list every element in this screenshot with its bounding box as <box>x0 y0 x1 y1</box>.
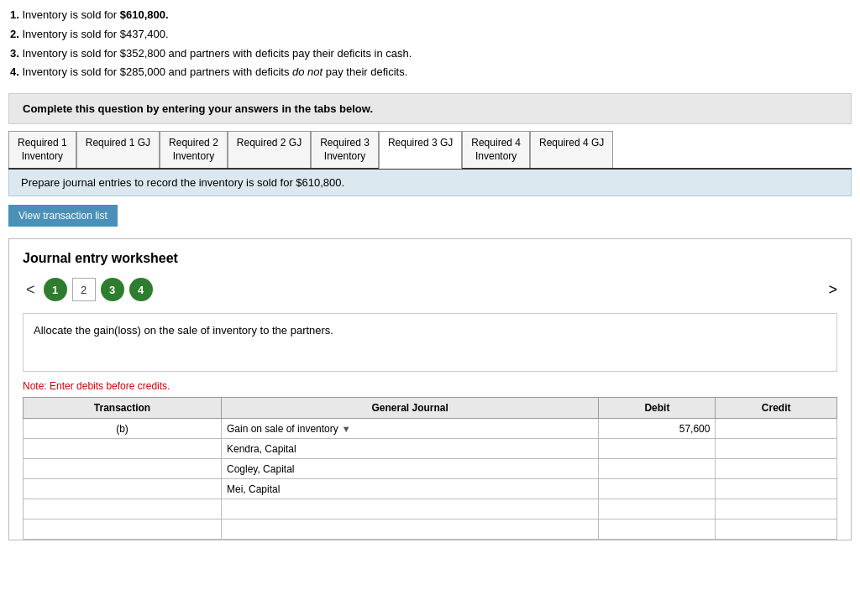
table-row <box>24 519 837 540</box>
debit-cell-6[interactable] <box>599 519 716 540</box>
col-debit: Debit <box>599 398 716 419</box>
tab-required4-gj[interactable]: Required 4 GJ <box>530 131 613 168</box>
tab-required2-gj[interactable]: Required 2 GJ <box>228 131 311 168</box>
intro-line-3: 3. Inventory is sold for $352,800 and pa… <box>10 45 850 63</box>
col-credit: Credit <box>716 398 837 419</box>
question-banner: Complete this question by entering your … <box>8 93 852 124</box>
worksheet-title: Journal entry worksheet <box>23 251 837 266</box>
gj-cell-5[interactable] <box>221 499 598 519</box>
step-2-box[interactable]: 2 <box>72 278 96 301</box>
transaction-cell: (b) <box>24 419 222 439</box>
table-row: Cogley, Capital <box>24 459 837 479</box>
next-arrow[interactable]: > <box>828 281 837 299</box>
gj-cell-4[interactable]: Mei, Capital <box>221 479 598 499</box>
table-row: (b) Gain on sale of inventory ▼ 57,600 <box>24 419 837 439</box>
intro-line-4: 4. Inventory is sold for $285,000 and pa… <box>10 64 850 81</box>
credit-cell-4[interactable] <box>716 479 837 499</box>
view-transaction-list-button[interactable]: View transaction list <box>8 205 118 227</box>
journal-table: Transaction General Journal Debit Credit… <box>23 397 837 540</box>
credit-cell-5[interactable] <box>716 499 837 519</box>
intro-line-2: 2. Inventory is sold for $437,400. <box>10 26 850 44</box>
credit-cell-1[interactable] <box>716 419 837 439</box>
prev-arrow[interactable]: < <box>23 281 39 299</box>
credit-cell-6[interactable] <box>716 519 837 540</box>
note-text: Note: Enter debits before credits. <box>23 380 837 392</box>
debit-cell-2[interactable] <box>599 439 716 459</box>
navigation-row: < 1 2 3 4 > <box>23 278 837 301</box>
dropdown-icon-1[interactable]: ▼ <box>342 424 351 434</box>
intro-line-1: 1. Inventory is sold for $610,800. <box>10 7 850 24</box>
table-row <box>24 499 837 519</box>
instruction-box: Allocate the gain(loss) on the sale of i… <box>23 313 837 372</box>
intro-section: 1. Inventory is sold for $610,800. 2. In… <box>0 0 860 86</box>
gj-cell-3[interactable]: Cogley, Capital <box>221 459 598 479</box>
tab-required4-inventory[interactable]: Required 4Inventory <box>462 131 530 168</box>
tab-content-header: Prepare journal entries to record the in… <box>8 170 852 196</box>
tab-required1-gj[interactable]: Required 1 GJ <box>76 131 160 168</box>
debit-cell-1[interactable]: 57,600 <box>599 419 716 439</box>
transaction-cell-2 <box>24 439 222 459</box>
transaction-cell-5 <box>24 499 222 519</box>
table-row: Mei, Capital <box>24 479 837 499</box>
table-row: Kendra, Capital <box>24 439 837 459</box>
step-4-circle[interactable]: 4 <box>129 278 153 301</box>
transaction-cell-3 <box>24 459 222 479</box>
transaction-cell-6 <box>24 519 222 540</box>
gj-cell-6[interactable] <box>221 519 598 540</box>
col-general-journal: General Journal <box>221 398 598 419</box>
tab-required1-inventory[interactable]: Required 1Inventory <box>8 131 76 168</box>
step-3-circle[interactable]: 3 <box>101 278 124 301</box>
gj-cell-2[interactable]: Kendra, Capital <box>221 439 598 459</box>
tab-required3-gj[interactable]: Required 3 GJ <box>379 131 462 169</box>
worksheet-container: Journal entry worksheet < 1 2 3 4 > Allo… <box>8 238 852 540</box>
tab-required3-inventory[interactable]: Required 3Inventory <box>311 131 379 168</box>
debit-cell-3[interactable] <box>599 459 716 479</box>
col-transaction: Transaction <box>24 398 222 419</box>
credit-cell-2[interactable] <box>716 439 837 459</box>
tab-required2-inventory[interactable]: Required 2Inventory <box>160 131 228 168</box>
debit-cell-4[interactable] <box>599 479 716 499</box>
tabs-container: Required 1Inventory Required 1 GJ Requir… <box>8 131 852 170</box>
transaction-cell-4 <box>24 479 222 499</box>
credit-cell-3[interactable] <box>716 459 837 479</box>
debit-cell-5[interactable] <box>599 499 716 519</box>
step-1-circle[interactable]: 1 <box>44 278 67 301</box>
gj-cell-1[interactable]: Gain on sale of inventory ▼ <box>221 419 598 439</box>
